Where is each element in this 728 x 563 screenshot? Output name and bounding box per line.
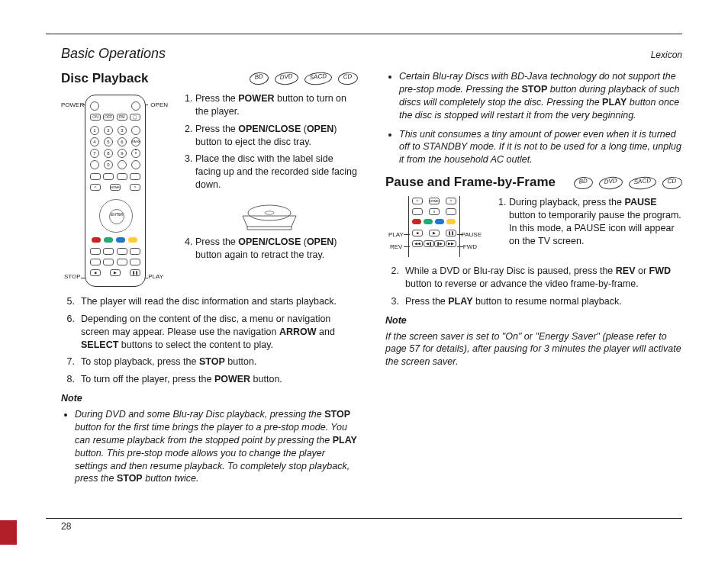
media-pill-group: BD DVD SACD CD xyxy=(250,72,358,85)
note-heading-1: Note xyxy=(61,392,358,405)
figure-mini-remote-with-step: PLAY REV PAUSE FWD <HOME> v ■▶❚❚ ◀◀◀❚❚▶▶… xyxy=(385,196,682,257)
pill-sacd: SACD xyxy=(628,175,657,191)
note-body-pause: If the screen saver is set to "On" or "E… xyxy=(385,330,682,369)
step-4: Press the OPEN/CLOSE (OPEN) button again… xyxy=(195,236,358,262)
step-6: 6.Depending on the content of the disc, … xyxy=(61,313,358,352)
note-heading-pause: Note xyxy=(385,314,682,327)
media-pill-group: BD DVD SACD CD xyxy=(574,177,682,189)
steps-1-4: Press the POWER button to turn on the pl… xyxy=(180,92,358,268)
label-fwd: FWD xyxy=(463,243,477,252)
pause-step-3: 3.Press the PLAY button to resume normal… xyxy=(385,295,682,308)
pill-bd: BD xyxy=(573,175,594,190)
label-pause: PAUSE xyxy=(461,231,482,240)
thumb-tab xyxy=(0,520,17,545)
pause-steps-2-3: 2.While a DVD or Blu-ray Disc is paused,… xyxy=(385,265,682,308)
pause-step-2: 2.While a DVD or Blu-ray Disc is paused,… xyxy=(385,265,682,291)
remote-body: ONOFFPM◯ 123 456PAGE▲ 789▼ 0 <HOME> ENTE… xyxy=(85,95,146,287)
manual-page: Basic Operations Lexicon Disc Playback B… xyxy=(0,0,728,563)
svg-point-0 xyxy=(248,205,291,220)
step-2: Press the OPEN/CLOSE (OPEN) button to ej… xyxy=(195,123,358,149)
step-3: Place the disc with the label side facin… xyxy=(195,153,358,191)
heading-disc-playback: Disc Playback BD DVD SACD CD xyxy=(61,70,358,88)
steps-5-8: 5.The player will read the disc informat… xyxy=(61,295,358,386)
running-head-right: Lexicon xyxy=(651,49,682,61)
pill-dvd: DVD xyxy=(599,175,623,190)
header-rule xyxy=(46,34,682,34)
note-bullet-2: Certain Blu-ray Discs with BD-Java techn… xyxy=(399,70,682,122)
note-bullets-1: During DVD and some Blu-ray Disc playbac… xyxy=(61,408,358,485)
running-head-left: Basic Operations xyxy=(61,44,166,63)
step-5: 5.The player will read the disc informat… xyxy=(61,295,358,308)
body-columns: Disc Playback BD DVD SACD CD POWER OPEN … xyxy=(61,70,682,510)
pause-step-1: During playback, press the PAUSE button … xyxy=(509,196,682,248)
footer-rule xyxy=(46,518,682,519)
pill-cd: CD xyxy=(338,72,359,86)
note-bullets-2: Certain Blu-ray Discs with BD-Java techn… xyxy=(385,70,682,166)
running-head: Basic Operations Lexicon xyxy=(61,44,682,63)
heading-pause: Pause and Frame-by-Frame BD DVD SACD CD xyxy=(385,174,682,191)
remote-illustration: POWER OPEN STOP PLAY ONOFFPM◯ 123 456PAG… xyxy=(61,92,168,288)
label-stop: STOP xyxy=(64,273,81,282)
label-rev: REV xyxy=(390,243,402,252)
label-power: POWER xyxy=(61,101,84,110)
note-bullet-1: During DVD and some Blu-ray Disc playbac… xyxy=(75,408,358,485)
label-play: PLAY xyxy=(148,273,163,282)
pill-dvd: DVD xyxy=(275,72,299,86)
step-7: 7.To stop playback, press the STOP butto… xyxy=(61,355,358,368)
heading-text: Disc Playback xyxy=(61,70,148,88)
page-number: 28 xyxy=(61,520,71,532)
heading-text: Pause and Frame-by-Frame xyxy=(385,174,556,191)
mini-remote-illustration: PLAY REV PAUSE FWD <HOME> v ■▶❚❚ ◀◀◀❚❚▶▶… xyxy=(385,196,482,257)
figure-remote-with-steps: POWER OPEN STOP PLAY ONOFFPM◯ 123 456PAG… xyxy=(61,92,358,288)
label-open: OPEN xyxy=(150,101,168,110)
step-8: 8.To turn off the player, press the POWE… xyxy=(61,373,358,386)
pill-sacd: SACD xyxy=(304,72,333,87)
svg-point-1 xyxy=(265,211,274,214)
pill-cd: CD xyxy=(662,175,683,190)
disc-tray-illustration xyxy=(235,198,304,231)
step-1: Press the POWER button to turn on the pl… xyxy=(195,92,358,118)
note-bullet-3: This unit consumes a tiny amount of powe… xyxy=(399,128,682,167)
label-play: PLAY xyxy=(388,231,404,240)
pill-bd: BD xyxy=(249,72,269,86)
